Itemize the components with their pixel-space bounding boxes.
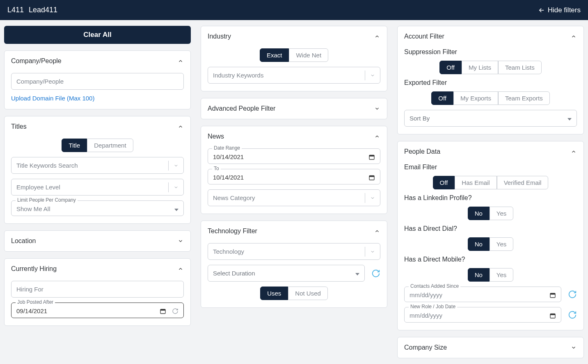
toggle-wide-net[interactable]: Wide Net: [289, 48, 328, 62]
clear-all-button[interactable]: Clear All: [4, 26, 191, 44]
linkedin-yes[interactable]: Yes: [490, 207, 513, 220]
panel-header-hiring[interactable]: Currently Hiring: [5, 259, 190, 279]
panel-title: Location: [11, 237, 36, 245]
email-verified[interactable]: Verified Email: [497, 176, 549, 189]
panel-header-company-people[interactable]: Company/People: [5, 51, 190, 71]
toggle-not-used[interactable]: Not Used: [288, 287, 328, 300]
field-legend: Limit People Per Company: [16, 197, 78, 203]
industry-keywords-select[interactable]: Industry Keywords: [208, 67, 380, 84]
contacts-added-since-field[interactable]: Contacts Added Since mm/dd/yyyy: [404, 287, 561, 302]
suppression-off[interactable]: Off: [439, 61, 462, 74]
panel-header-advanced-people[interactable]: Advanced People Filter: [201, 98, 387, 119]
panel-titles: Titles Title Department Title Keywords S…: [4, 116, 191, 224]
calendar-icon: [549, 312, 556, 319]
logo-short: L411: [7, 6, 24, 14]
toggle-department[interactable]: Department: [87, 139, 133, 152]
date-value: mm/dd/yyyy: [410, 291, 442, 298]
chevron-down-icon: [365, 249, 380, 254]
field-legend: To: [212, 166, 221, 171]
chevron-down-icon: [169, 163, 183, 168]
panel-header-account-filter[interactable]: Account Filter: [398, 26, 583, 47]
toggle-uses[interactable]: Uses: [260, 287, 288, 300]
panel-title: Currently Hiring: [11, 265, 57, 273]
chevron-down-icon: [365, 73, 380, 78]
select-placeholder: Employee Level: [11, 179, 168, 195]
dial-yes[interactable]: Yes: [490, 237, 513, 251]
news-date-from-field[interactable]: Date Range 10/14/2021: [208, 148, 380, 164]
suppression-team-lists[interactable]: Team Lists: [498, 61, 542, 74]
panel-title: Advanced People Filter: [208, 105, 275, 112]
employee-level-select[interactable]: Employee Level: [11, 179, 184, 196]
caret-down-icon: [355, 270, 359, 277]
panel-news: News Date Range 10/14/2021 To 10/14/2021: [201, 126, 387, 214]
panel-header-titles[interactable]: Titles: [5, 116, 190, 137]
panel-header-location[interactable]: Location: [5, 231, 190, 251]
new-role-date-field[interactable]: New Role / Job Date mm/dd/yyyy: [404, 307, 561, 323]
panel-header-news[interactable]: News: [201, 126, 387, 147]
suppression-my-lists[interactable]: My Lists: [462, 61, 498, 74]
panel-title: Titles: [11, 123, 27, 130]
refresh-icon[interactable]: [172, 308, 178, 314]
field-legend: Date Range: [212, 145, 242, 151]
field-legend: Contacts Added Since: [409, 283, 460, 289]
linkedin-no[interactable]: No: [468, 207, 490, 220]
technology-select[interactable]: Technology: [208, 243, 380, 260]
panel-header-people-data[interactable]: People Data: [398, 141, 583, 162]
panel-title: Industry: [208, 33, 231, 40]
svg-rect-9: [550, 314, 555, 315]
chevron-down-icon: [570, 344, 577, 351]
panel-header-company-size[interactable]: Company Size: [398, 337, 583, 358]
news-date-to-field[interactable]: To 10/14/2021: [208, 169, 380, 184]
refresh-icon[interactable]: [568, 310, 577, 319]
date-value: 10/14/2021: [213, 153, 244, 160]
calendar-icon: [549, 292, 556, 298]
panel-header-technology[interactable]: Technology Filter: [201, 221, 387, 241]
filters-col-1: Clear All Company/People Upload Domain F…: [4, 26, 191, 358]
hide-filters-label: Hide filters: [548, 6, 581, 14]
mobile-no[interactable]: No: [468, 268, 490, 282]
duration-select[interactable]: Select Duration: [208, 265, 365, 282]
chevron-up-icon: [570, 148, 577, 155]
chevron-down-icon: [177, 238, 184, 244]
panel-company-people: Company/People Upload Domain File (Max 1…: [4, 50, 191, 109]
dial-no[interactable]: No: [468, 237, 490, 251]
upload-domain-link[interactable]: Upload Domain File (Max 100): [11, 95, 184, 102]
direct-mobile-label: Has a Direct Mobile?: [404, 256, 577, 263]
refresh-icon[interactable]: [371, 269, 380, 278]
exported-off[interactable]: Off: [431, 91, 453, 105]
title-keywords-select[interactable]: Title Keywords Search: [11, 157, 184, 174]
suppression-filter-label: Suppression Filter: [404, 48, 577, 56]
panel-title: Company Size: [404, 344, 447, 351]
refresh-icon[interactable]: [568, 290, 577, 299]
panel-location: Location: [4, 230, 191, 252]
mobile-yes[interactable]: Yes: [490, 268, 513, 282]
date-value: 10/14/2021: [213, 174, 244, 181]
select-placeholder: News Category: [208, 190, 365, 206]
exported-filter-label: Exported Filter: [404, 79, 577, 86]
toggle-exact[interactable]: Exact: [260, 48, 289, 62]
caret-down-icon: [174, 205, 178, 212]
job-posted-after-field[interactable]: Job Posted After 09/14/2021: [11, 303, 184, 318]
news-category-select[interactable]: News Category: [208, 189, 380, 206]
select-value: Show Me All: [16, 205, 50, 212]
panel-account-filter: Account Filter Suppression Filter Off My…: [397, 26, 584, 134]
exported-team-exports[interactable]: Team Exports: [498, 91, 550, 105]
logo-full: Lead411: [29, 6, 57, 14]
sort-by-select[interactable]: Sort By: [404, 110, 577, 127]
linkedin-label: Has a Linkedin Profile?: [404, 194, 577, 202]
svg-rect-1: [160, 309, 165, 310]
direct-dial-label: Has a Direct Dial?: [404, 225, 577, 232]
limit-people-select[interactable]: Limit People Per Company Show Me All: [11, 200, 184, 216]
company-people-input[interactable]: [11, 73, 184, 90]
panel-header-industry[interactable]: Industry: [201, 26, 387, 47]
toggle-title[interactable]: Title: [62, 139, 87, 152]
email-off[interactable]: Off: [433, 176, 455, 189]
exported-my-exports[interactable]: My Exports: [453, 91, 498, 105]
panel-title: Technology Filter: [208, 228, 257, 235]
hiring-for-input[interactable]: [11, 281, 184, 298]
email-has-email[interactable]: Has Email: [455, 176, 496, 189]
header-left: L411 Lead411: [7, 6, 57, 14]
panel-hiring: Currently Hiring Job Posted After 09/14/…: [4, 258, 191, 326]
hide-filters-button[interactable]: Hide filters: [538, 6, 581, 14]
chevron-down-icon: [365, 196, 380, 200]
